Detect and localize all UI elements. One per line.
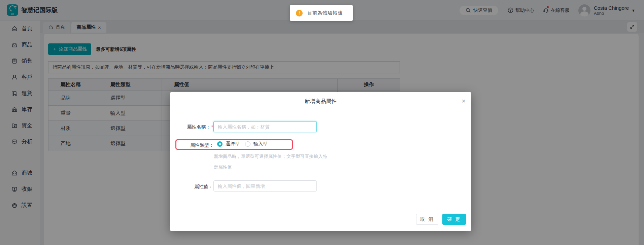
type-help-line1: 新增商品時，單選型可選擇屬性值；文字型可直接輸入特 (214, 153, 328, 160)
attribute-name-input[interactable] (213, 121, 317, 132)
close-icon[interactable]: × (462, 97, 466, 105)
radio-select-type[interactable]: 選擇型 (217, 141, 240, 147)
modal-title: 新增商品屬性 (170, 98, 471, 105)
attribute-type-label: 屬性類型： (177, 142, 214, 148)
trial-account-toast: ! 目前為體驗帳號 (290, 5, 353, 21)
modal-header: 新增商品屬性 × (170, 92, 471, 110)
modal-footer: 取 消 確 定 (416, 214, 466, 225)
radio-off-icon (245, 141, 250, 147)
attribute-type-row: 屬性類型： 選擇型 輸入型 (170, 141, 471, 148)
warning-icon: ! (296, 10, 303, 16)
cancel-button[interactable]: 取 消 (416, 214, 438, 225)
radio-on-icon (217, 141, 223, 147)
add-attribute-modal: 新增商品屬性 × 屬性名稱：* 屬性類型： 選擇型 輸入型 新增商品時，單選型可… (170, 92, 471, 231)
type-help-line2: 定屬性值 (214, 164, 232, 170)
radio-input-label: 輸入型 (253, 141, 268, 147)
attribute-value-input[interactable] (213, 180, 317, 191)
toast-text: 目前為體驗帳號 (307, 10, 343, 16)
attribute-value-label: 屬性值： (177, 184, 213, 190)
confirm-button[interactable]: 確 定 (442, 214, 466, 225)
radio-input-type[interactable]: 輸入型 (245, 141, 268, 147)
attribute-name-label: 屬性名稱：* (177, 124, 213, 130)
required-mark: * (211, 124, 213, 130)
radio-select-label: 選擇型 (226, 141, 240, 147)
